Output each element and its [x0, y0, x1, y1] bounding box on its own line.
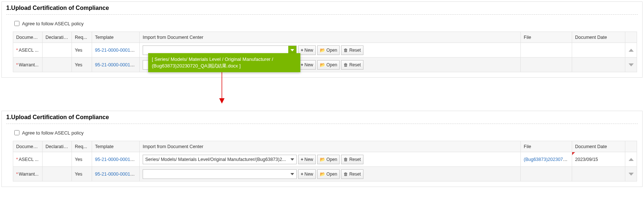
doc-text: Warrant...: [19, 172, 39, 177]
new-label: New: [304, 172, 313, 177]
table-row: *Warrant... Yes 95-21-0000-0001_1... +Ne…: [13, 58, 637, 72]
new-label: New: [304, 157, 313, 162]
combo-input[interactable]: Series/ Models/ Materials Level/Original…: [143, 155, 288, 164]
expand-cell[interactable]: [625, 167, 637, 181]
col-template[interactable]: Template: [92, 141, 140, 152]
col-required[interactable]: Req...: [72, 141, 92, 152]
new-button[interactable]: +New: [298, 45, 316, 55]
folder-open-icon: 📂: [320, 157, 325, 162]
chevron-down-icon: [290, 49, 294, 51]
new-button[interactable]: +New: [298, 60, 316, 70]
combo-dropdown-option[interactable]: [ Series/ Models/ Materials Level / Orig…: [148, 53, 300, 72]
table-header-row: Document... Declaratio... Req... Templat…: [13, 141, 637, 152]
combo-dropdown-button[interactable]: [288, 170, 296, 179]
expand-cell[interactable]: [625, 58, 637, 72]
open-label: Open: [326, 157, 337, 162]
req-cell: Yes: [72, 43, 92, 58]
decl-cell: [43, 167, 72, 181]
col-declaration[interactable]: Declaratio...: [43, 32, 72, 43]
reset-label: Reset: [349, 172, 361, 177]
required-asterisk: *: [16, 48, 18, 53]
plus-icon: +: [301, 157, 303, 162]
required-asterisk: *: [16, 172, 18, 177]
table-header-row: Document... Declaratio... Req... Templat…: [13, 32, 637, 43]
col-import[interactable]: Import from Document Center: [140, 32, 521, 43]
reset-button[interactable]: 🗑Reset: [341, 60, 363, 70]
col-required[interactable]: Req...: [72, 32, 92, 43]
plus-icon: +: [301, 62, 303, 67]
col-expand: [625, 32, 637, 43]
template-cell: 95-21-0000-0001_1...: [92, 58, 140, 72]
col-file[interactable]: File: [521, 141, 572, 152]
doc-cell: *ASECL ...: [13, 43, 43, 58]
reset-button[interactable]: 🗑Reset: [341, 169, 363, 179]
chevron-up-icon: [629, 158, 634, 161]
decl-cell: [43, 43, 72, 58]
new-button[interactable]: +New: [298, 169, 316, 179]
chevron-up-icon: [629, 49, 634, 52]
date-cell: [572, 167, 625, 181]
col-document-date[interactable]: Document Date: [572, 32, 625, 43]
table-row: *Warrant... Yes 95-21-0000-0001_1... +Ne…: [13, 167, 637, 181]
combo-dropdown-button[interactable]: [288, 155, 296, 164]
file-link[interactable]: (Bug63873)2023072...: [524, 157, 569, 162]
col-template[interactable]: Template: [92, 32, 140, 43]
upload-table-before: Document... Declaratio... Req... Templat…: [13, 32, 637, 72]
col-document[interactable]: Document...: [13, 141, 43, 152]
date-cell: [572, 43, 625, 58]
open-label: Open: [326, 172, 337, 177]
doc-cell: *Warrant...: [13, 58, 43, 72]
expand-cell[interactable]: [625, 152, 637, 167]
col-document[interactable]: Document...: [13, 32, 43, 43]
template-link[interactable]: 95-21-0000-0001_1...: [95, 48, 139, 53]
upload-panel-after: 1.Upload Certification of Compliance Agr…: [1, 111, 643, 187]
reset-button[interactable]: 🗑Reset: [341, 155, 363, 164]
upload-panel-before: 1.Upload Certification of Compliance Agr…: [1, 1, 643, 78]
import-combo[interactable]: [143, 169, 297, 179]
divider: [6, 14, 638, 15]
template-cell: 95-21-0000-0001_1...: [92, 43, 140, 58]
open-button[interactable]: 📂Open: [317, 169, 340, 179]
doc-text: Warrant...: [19, 62, 39, 67]
dropdown-option-text: [ Series/ Models/ Materials Level / Orig…: [152, 56, 273, 69]
open-label: Open: [326, 48, 337, 53]
template-link[interactable]: 95-21-0000-0001_1...: [95, 62, 139, 67]
col-document-date[interactable]: Document Date: [572, 141, 625, 152]
trash-icon: 🗑: [344, 62, 348, 67]
new-label: New: [304, 48, 313, 53]
required-asterisk: *: [16, 157, 18, 162]
folder-open-icon: 📂: [320, 172, 325, 177]
col-expand: [625, 141, 637, 152]
open-button[interactable]: 📂Open: [317, 155, 340, 164]
file-cell: (Bug63873)2023072...: [521, 152, 572, 167]
template-cell: 95-21-0000-0001_1...: [92, 167, 140, 181]
import-combo[interactable]: Series/ Models/ Materials Level/Original…: [143, 155, 297, 164]
file-cell: [521, 58, 572, 72]
required-asterisk: *: [16, 62, 18, 67]
template-link[interactable]: 95-21-0000-0001_1...: [95, 172, 139, 177]
col-import[interactable]: Import from Document Center: [140, 141, 521, 152]
plus-icon: +: [301, 172, 303, 177]
reset-button[interactable]: 🗑Reset: [341, 45, 363, 55]
open-button[interactable]: 📂Open: [317, 60, 340, 70]
chevron-down-icon: [290, 158, 294, 161]
template-link[interactable]: 95-21-0000-0001_1...: [95, 157, 139, 162]
agree-label: Agree to follow ASECL policy: [22, 130, 84, 136]
col-declaration[interactable]: Declaratio...: [43, 141, 72, 152]
agree-checkbox[interactable]: [14, 130, 19, 135]
chevron-down-icon: [629, 63, 634, 66]
req-cell: Yes: [72, 152, 92, 167]
chevron-down-icon: [290, 173, 294, 175]
expand-cell[interactable]: [625, 43, 637, 58]
reset-label: Reset: [349, 62, 361, 67]
reset-label: Reset: [349, 48, 361, 53]
decl-cell: [43, 58, 72, 72]
open-button[interactable]: 📂Open: [317, 45, 340, 55]
agree-row: Agree to follow ASECL policy: [13, 20, 638, 27]
date-cell[interactable]: 2023/09/15: [572, 152, 625, 167]
col-file[interactable]: File: [521, 32, 572, 43]
section-title: 1.Upload Certification of Compliance: [6, 5, 638, 11]
new-button[interactable]: +New: [298, 155, 316, 164]
agree-checkbox[interactable]: [14, 21, 19, 26]
req-cell: Yes: [72, 167, 92, 181]
